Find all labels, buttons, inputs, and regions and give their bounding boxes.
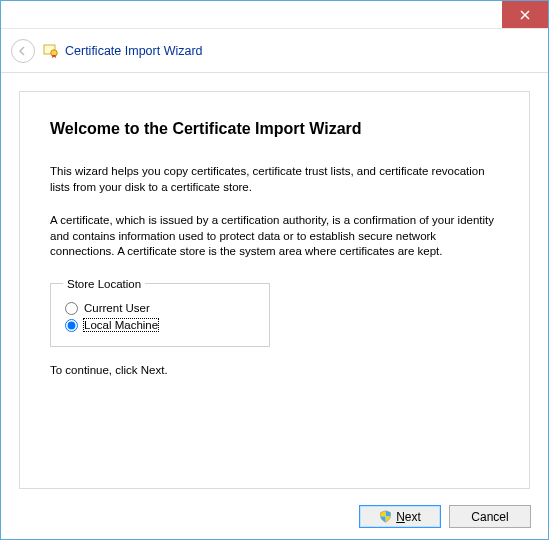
description-paragraph: A certificate, which is issued by a cert… xyxy=(50,213,499,260)
radio-current-user[interactable]: Current User xyxy=(63,302,257,315)
intro-paragraph: This wizard helps you copy certificates,… xyxy=(50,164,499,195)
radio-local-machine-label: Local Machine xyxy=(84,319,158,331)
store-location-legend: Store Location xyxy=(63,278,145,290)
certificate-icon xyxy=(43,43,59,59)
cancel-button[interactable]: Cancel xyxy=(449,505,531,528)
back-button xyxy=(11,39,35,63)
close-icon xyxy=(520,10,530,20)
cancel-button-label: Cancel xyxy=(471,510,508,524)
radio-current-user-label: Current User xyxy=(84,302,150,314)
window-titlebar xyxy=(1,1,548,29)
uac-shield-icon xyxy=(379,510,392,523)
radio-current-user-input[interactable] xyxy=(65,302,78,315)
wizard-title: Certificate Import Wizard xyxy=(65,44,203,58)
page-heading: Welcome to the Certificate Import Wizard xyxy=(50,120,499,138)
store-location-group: Store Location Current User Local Machin… xyxy=(50,278,270,347)
next-button[interactable]: Next xyxy=(359,505,441,528)
close-button[interactable] xyxy=(502,1,548,28)
wizard-footer: Next Cancel xyxy=(359,505,531,528)
wizard-header: Certificate Import Wizard xyxy=(1,29,548,73)
next-button-label: Next xyxy=(396,510,421,524)
radio-local-machine-input[interactable] xyxy=(65,319,78,332)
back-arrow-icon xyxy=(17,45,29,57)
wizard-page: Welcome to the Certificate Import Wizard… xyxy=(19,91,530,489)
continue-text: To continue, click Next. xyxy=(50,363,499,379)
radio-local-machine[interactable]: Local Machine xyxy=(63,319,257,332)
content-wrapper: Welcome to the Certificate Import Wizard… xyxy=(1,73,548,507)
